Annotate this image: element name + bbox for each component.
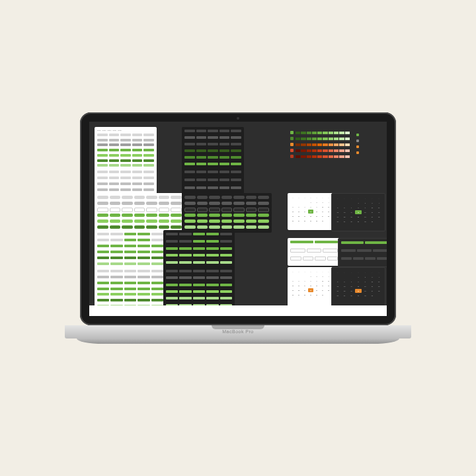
calendar-light-green: SMTWTFS123456789101112131415161718192021…	[288, 193, 334, 230]
screen: ButtonButtonButtonButtonButton	[89, 122, 387, 316]
calendar-light-orange: SMTWTFS123456789101112131415161718192021…	[288, 267, 334, 308]
device-label: MacBook Pro	[65, 329, 411, 334]
laptop-base: MacBook Pro	[65, 325, 411, 338]
button-panel-dark-2	[182, 168, 244, 196]
screen-bezel: ButtonButtonButtonButtonButton	[80, 112, 396, 325]
camera-dot	[237, 117, 239, 120]
button-panel-light-3	[95, 230, 166, 270]
button-panel-dark-3	[163, 230, 235, 270]
button-panel-light-wide	[95, 193, 184, 233]
button-panel-light-1: ButtonButtonButtonButtonButton	[95, 127, 157, 171]
chip-panel-light	[288, 238, 340, 266]
color-ramps	[288, 128, 352, 173]
chip-panel-dark	[338, 238, 387, 267]
calendar-dark-a: SMTWTFS123456789101112131415161718192021…	[331, 193, 385, 231]
button-panel-dark-1	[182, 127, 244, 171]
color-dots	[354, 131, 379, 176]
laptop-foot	[77, 338, 399, 344]
button-panel-light-2	[95, 168, 157, 196]
design-canvas[interactable]: ButtonButtonButtonButtonButton	[89, 122, 387, 316]
laptop-frame: ButtonButtonButtonButtonButton	[65, 112, 411, 353]
button-panel-dark-wide	[182, 193, 272, 233]
calendar-dark-orange: SMTWTFS123456789101112131415161718192021…	[331, 267, 385, 309]
taskbar	[89, 305, 387, 316]
